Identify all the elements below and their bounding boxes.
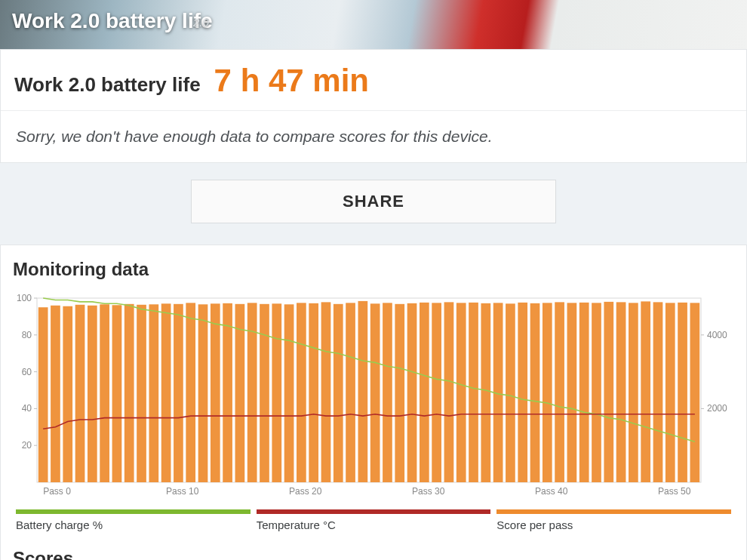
svg-rect-46 bbox=[346, 303, 355, 482]
svg-rect-55 bbox=[456, 303, 466, 482]
legend-swatch-green bbox=[16, 509, 251, 514]
svg-rect-63 bbox=[555, 302, 564, 482]
svg-rect-64 bbox=[567, 303, 577, 482]
svg-rect-70 bbox=[641, 301, 650, 482]
svg-rect-69 bbox=[629, 303, 638, 482]
svg-rect-53 bbox=[432, 303, 441, 482]
svg-rect-44 bbox=[321, 302, 331, 482]
svg-rect-71 bbox=[653, 302, 663, 482]
chart-legend: Battery charge % Temperature °C Score pe… bbox=[1, 503, 746, 531]
svg-rect-42 bbox=[297, 303, 306, 482]
svg-rect-24 bbox=[75, 305, 85, 482]
svg-rect-57 bbox=[481, 303, 490, 482]
legend-label-temperature: Temperature °C bbox=[257, 518, 491, 531]
svg-rect-29 bbox=[137, 305, 146, 482]
svg-rect-52 bbox=[420, 303, 429, 482]
legend-swatch-orange bbox=[496, 509, 731, 514]
svg-rect-74 bbox=[690, 303, 699, 482]
svg-rect-61 bbox=[530, 303, 540, 482]
svg-text:Pass 0: Pass 0 bbox=[43, 486, 71, 497]
svg-text:Pass 30: Pass 30 bbox=[412, 486, 445, 497]
hero-title: Work 2.0 battery life bbox=[12, 9, 213, 33]
svg-rect-72 bbox=[666, 303, 675, 482]
svg-rect-37 bbox=[235, 304, 245, 482]
score-label: Work 2.0 battery life bbox=[14, 73, 201, 97]
svg-rect-65 bbox=[579, 303, 589, 482]
svg-rect-22 bbox=[51, 306, 60, 482]
svg-text:40: 40 bbox=[22, 403, 32, 414]
legend-battery: Battery charge % bbox=[16, 509, 251, 531]
svg-rect-39 bbox=[260, 304, 269, 482]
svg-rect-33 bbox=[186, 303, 195, 482]
svg-rect-38 bbox=[247, 303, 257, 482]
svg-rect-28 bbox=[124, 304, 134, 482]
svg-rect-50 bbox=[395, 304, 404, 482]
svg-rect-48 bbox=[370, 303, 380, 482]
svg-rect-67 bbox=[604, 302, 613, 482]
svg-rect-49 bbox=[383, 303, 392, 482]
svg-text:4000: 4000 bbox=[707, 330, 727, 340]
svg-text:Pass 50: Pass 50 bbox=[658, 486, 691, 497]
legend-label-score: Score per pass bbox=[496, 518, 731, 531]
svg-rect-47 bbox=[358, 301, 367, 482]
svg-text:2000: 2000 bbox=[707, 403, 727, 414]
svg-rect-43 bbox=[309, 303, 318, 482]
svg-rect-51 bbox=[407, 303, 417, 482]
legend-score: Score per pass bbox=[496, 509, 731, 531]
score-card: Work 2.0 battery life 7 h 47 min Sorry, … bbox=[0, 49, 747, 163]
svg-text:Pass 40: Pass 40 bbox=[535, 486, 568, 497]
monitoring-chart: 2040608010020004000Pass 0Pass 10Pass 20P… bbox=[1, 288, 746, 503]
svg-rect-0 bbox=[37, 298, 701, 482]
svg-rect-40 bbox=[272, 303, 281, 482]
svg-rect-54 bbox=[444, 302, 454, 482]
monitoring-card: Monitoring data 2040608010020004000Pass … bbox=[0, 245, 747, 560]
svg-rect-59 bbox=[506, 303, 515, 482]
svg-rect-60 bbox=[518, 303, 527, 482]
legend-temperature: Temperature °C bbox=[257, 509, 491, 531]
svg-rect-23 bbox=[63, 306, 72, 482]
svg-rect-62 bbox=[543, 303, 552, 482]
compare-message: Sorry, we don't have enough data to comp… bbox=[1, 110, 746, 162]
svg-rect-21 bbox=[38, 307, 48, 482]
svg-text:80: 80 bbox=[22, 330, 32, 340]
svg-rect-66 bbox=[592, 303, 601, 482]
svg-rect-26 bbox=[100, 304, 109, 482]
legend-swatch-red bbox=[257, 509, 491, 514]
monitoring-title: Monitoring data bbox=[1, 245, 746, 288]
svg-rect-41 bbox=[284, 304, 294, 482]
score-value: 7 h 47 min bbox=[214, 65, 369, 97]
svg-rect-68 bbox=[616, 302, 626, 482]
hero-banner: Work 2.0 battery life 2.0 bbox=[0, 0, 747, 49]
svg-rect-56 bbox=[469, 303, 478, 482]
scores-heading: Scores bbox=[1, 531, 746, 560]
svg-text:100: 100 bbox=[17, 293, 32, 303]
chart-svg: 2040608010020004000Pass 0Pass 10Pass 20P… bbox=[13, 292, 736, 503]
svg-rect-34 bbox=[198, 304, 208, 482]
svg-rect-36 bbox=[223, 303, 232, 482]
svg-rect-32 bbox=[174, 304, 183, 482]
svg-rect-31 bbox=[161, 303, 171, 482]
hero-version: 2.0 bbox=[193, 16, 209, 29]
svg-rect-45 bbox=[334, 304, 343, 482]
svg-rect-73 bbox=[678, 303, 687, 482]
svg-rect-35 bbox=[211, 303, 220, 482]
share-button[interactable]: SHARE bbox=[191, 180, 556, 223]
svg-rect-30 bbox=[149, 304, 158, 482]
svg-rect-25 bbox=[88, 306, 97, 482]
svg-text:20: 20 bbox=[22, 440, 32, 451]
svg-text:60: 60 bbox=[22, 367, 32, 377]
svg-text:Pass 10: Pass 10 bbox=[166, 486, 199, 497]
svg-rect-27 bbox=[112, 305, 122, 482]
svg-text:Pass 20: Pass 20 bbox=[289, 486, 322, 497]
legend-label-battery: Battery charge % bbox=[16, 518, 251, 531]
